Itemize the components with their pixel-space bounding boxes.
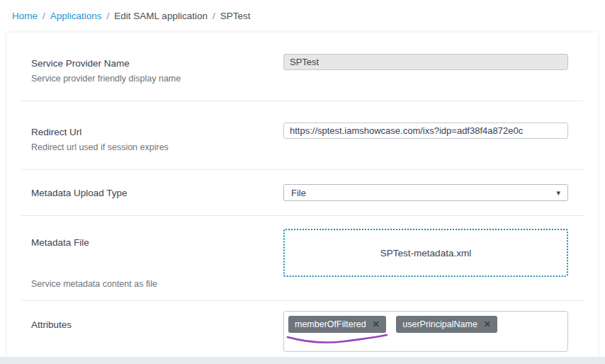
metadata-upload-type-selected-value: File bbox=[291, 188, 306, 198]
metadata-upload-type-select[interactable]: File ▾ bbox=[283, 184, 568, 201]
attributes-labels: Attributes Attributes bbox=[21, 311, 283, 364]
metadata-upload-type-row: Metadata Upload Type File ▾ bbox=[21, 170, 584, 216]
service-provider-name-labels: Service Provider Name Service provider f… bbox=[21, 54, 283, 84]
service-provider-name-sublabel: Service provider friendly display name bbox=[31, 74, 283, 84]
breadcrumb-link-applications[interactable]: Applications bbox=[50, 11, 102, 21]
metadata-file-label: Metadata File bbox=[31, 237, 283, 248]
service-provider-name-row: Service Provider Name Service provider f… bbox=[21, 33, 584, 101]
edit-saml-application-form: Service Provider Name Service provider f… bbox=[7, 33, 598, 364]
metadata-file-name: SPTest-metadata.xml bbox=[380, 248, 471, 258]
attribute-chip: memberOfFiltered ✕ bbox=[288, 316, 386, 333]
metadata-file-field: SPTest-metadata.xml bbox=[283, 229, 568, 277]
service-provider-name-input[interactable] bbox=[283, 54, 568, 70]
metadata-upload-type-field: File ▾ bbox=[283, 184, 568, 201]
remove-chip-icon[interactable]: ✕ bbox=[484, 320, 491, 329]
breadcrumb-separator: / bbox=[107, 11, 110, 21]
attribute-chip: userPrincipalName ✕ bbox=[396, 316, 497, 333]
attributes-chips-box[interactable]: memberOfFiltered ✕ userPrincipalName ✕ bbox=[283, 311, 568, 352]
breadcrumb-link-home[interactable]: Home bbox=[12, 11, 38, 21]
breadcrumb-separator: / bbox=[43, 11, 45, 21]
redirect-url-sublabel: Redirect url used if session expires bbox=[31, 142, 283, 152]
attribute-chip-label: userPrincipalName bbox=[402, 319, 477, 329]
redirect-url-input[interactable] bbox=[283, 123, 568, 139]
breadcrumb: Home/Applications/Edit SAML application/… bbox=[0, 0, 605, 33]
chevron-down-icon: ▾ bbox=[556, 189, 560, 197]
service-provider-name-label: Service Provider Name bbox=[31, 58, 283, 69]
redirect-url-label: Redirect Url bbox=[31, 127, 283, 137]
breadcrumb-item-edit-saml-application: Edit SAML application bbox=[114, 11, 208, 21]
attribute-chip-label: memberOfFiltered bbox=[295, 319, 366, 329]
redirect-url-row: Redirect Url Redirect url used if sessio… bbox=[21, 101, 584, 170]
remove-chip-icon[interactable]: ✕ bbox=[373, 320, 380, 329]
next-section-partial bbox=[0, 357, 605, 364]
metadata-file-dropzone[interactable]: SPTest-metadata.xml bbox=[283, 229, 568, 277]
metadata-file-labels: Metadata File Service metadata content a… bbox=[21, 229, 283, 289]
metadata-file-sublabel: Service metadata content as file bbox=[31, 279, 283, 289]
metadata-file-row: Metadata File Service metadata content a… bbox=[21, 216, 584, 301]
breadcrumb-separator: / bbox=[213, 11, 215, 21]
redirect-url-field bbox=[283, 123, 568, 139]
metadata-upload-type-label: Metadata Upload Type bbox=[31, 188, 283, 198]
redirect-url-labels: Redirect Url Redirect url used if sessio… bbox=[21, 123, 283, 152]
metadata-upload-type-labels: Metadata Upload Type bbox=[21, 188, 283, 198]
service-provider-name-field bbox=[283, 54, 568, 70]
attributes-field: memberOfFiltered ✕ userPrincipalName ✕ bbox=[283, 311, 568, 352]
attributes-label: Attributes bbox=[31, 319, 283, 330]
attributes-row: Attributes Attributes memberOfFiltered ✕… bbox=[21, 301, 584, 364]
breadcrumb-item-sptest: SPTest bbox=[220, 11, 251, 21]
